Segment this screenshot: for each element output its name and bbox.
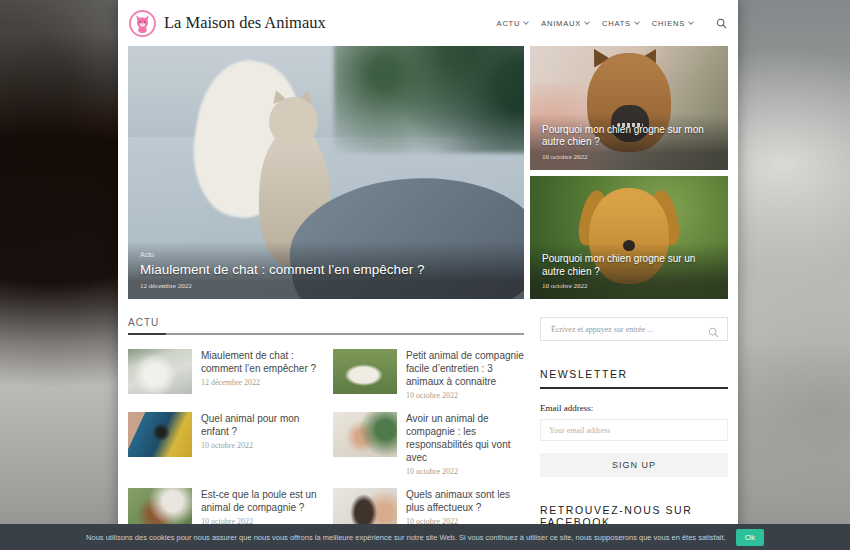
article-thumbnail-owner [333,412,397,457]
actu-section: ACTU Miaulement de chat : comment l’en e… [128,317,524,537]
hero-category-label[interactable]: Actu [140,251,512,258]
site-logo[interactable]: La Maison des Animaux [129,10,326,37]
nav-label: CHATS [602,19,631,28]
cookie-ok-button[interactable]: Ok [736,529,764,546]
featured-overlay: Pourquoi mon chien grogne sur mon autre … [530,114,728,170]
featured-title[interactable]: Pourquoi mon chien grogne sur mon autre … [542,124,716,149]
featured-date: 10 octobre 2022 [542,282,716,290]
sidebar: NEWSLETTER Email address: SIGN UP RETROU… [540,317,728,537]
featured-date: 10 octobre 2022 [542,153,716,161]
nav-item-chats[interactable]: CHATS [602,19,639,28]
article-list-item[interactable]: Miaulement de chat : comment l’en empêch… [128,349,319,400]
article-date: 10 octobre 2022 [406,391,524,400]
content-area: Actu Miaulement de chat : comment l’en e… [118,46,738,537]
hero-overlay: Actu Miaulement de chat : comment l’en e… [128,241,524,299]
chevron-down-icon [523,19,529,25]
search-icon[interactable] [708,324,719,342]
article-list-item[interactable]: Quel animal pour mon enfant ? 10 octobre… [128,412,319,476]
browser-viewport: La Maison des Animaux ACTU ANIMAUX CHATS… [0,0,850,550]
sidebar-search-box [540,317,728,341]
cookie-message: Nous utilisons des cookies pour nous ass… [86,533,726,542]
search-input[interactable] [541,318,727,340]
newsletter-heading: NEWSLETTER [540,368,728,389]
chevron-down-icon [584,19,590,25]
nav-item-chiens[interactable]: CHIENS [652,19,693,28]
article-grid: Miaulement de chat : comment l’en empêch… [128,349,524,533]
nav-label: CHIENS [652,19,685,28]
email-label: Email address: [540,403,728,413]
article-list-item[interactable]: Petit animal de compagnie facile d’entre… [333,349,524,400]
featured-article-card[interactable]: Pourquoi mon chien grogne sur un autre c… [530,176,728,300]
featured-title[interactable]: Pourquoi mon chien grogne sur un autre c… [542,253,716,278]
article-date: 10 octobre 2022 [406,467,524,476]
hero-image-cat-head [269,97,319,148]
featured-overlay: Pourquoi mon chien grogne sur un autre c… [530,243,728,299]
article-title[interactable]: Avoir un animal de compagnie : les respo… [406,412,524,464]
main-nav: ACTU ANIMAUX CHATS CHIENS [497,18,727,29]
article-thumbnail-hamster [333,349,397,394]
article-title[interactable]: Est-ce que la poule est un animal de com… [201,488,319,514]
article-title[interactable]: Petit animal de compagnie facile d’entre… [406,349,524,388]
featured-article-card[interactable]: Pourquoi mon chien grogne sur mon autre … [530,46,728,170]
article-date: 12 décembre 2022 [201,378,319,387]
nav-label: ANIMAUX [541,19,581,28]
nav-item-animaux[interactable]: ANIMAUX [541,19,589,28]
email-field[interactable] [540,419,728,441]
site-header: La Maison des Animaux ACTU ANIMAUX CHATS… [118,0,738,46]
search-icon[interactable] [716,18,727,29]
actu-section-heading: ACTU [128,317,524,335]
site-title: La Maison des Animaux [164,13,326,33]
pink-cat-icon [129,10,156,37]
hero-title[interactable]: Miaulement de chat : comment l’en empêch… [140,262,512,277]
cookie-consent-bar: Nous utilisons des cookies pour nous ass… [0,524,850,550]
featured-row: Actu Miaulement de chat : comment l’en e… [128,46,728,299]
article-thumbnail-parrot [128,412,192,457]
hero-image-plants [334,46,524,153]
nav-item-actu[interactable]: ACTU [497,19,529,28]
article-list-item[interactable]: Avoir un animal de compagnie : les respo… [333,412,524,476]
nav-label: ACTU [497,19,521,28]
lower-section: ACTU Miaulement de chat : comment l’en e… [128,317,728,537]
article-date: 10 octobre 2022 [201,441,319,450]
featured-column: Pourquoi mon chien grogne sur mon autre … [530,46,728,299]
signup-button[interactable]: SIGN UP [540,453,728,477]
chevron-down-icon [634,19,640,25]
page-container: La Maison des Animaux ACTU ANIMAUX CHATS… [118,0,738,550]
chevron-down-icon [688,19,694,25]
article-title[interactable]: Miaulement de chat : comment l’en empêch… [201,349,319,375]
article-thumbnail-cat [128,349,192,394]
article-title[interactable]: Quels animaux sont les plus affectueux ? [406,488,524,514]
hero-date: 12 décembre 2022 [140,282,512,290]
hero-article-card[interactable]: Actu Miaulement de chat : comment l’en e… [128,46,524,299]
article-title[interactable]: Quel animal pour mon enfant ? [201,412,319,438]
